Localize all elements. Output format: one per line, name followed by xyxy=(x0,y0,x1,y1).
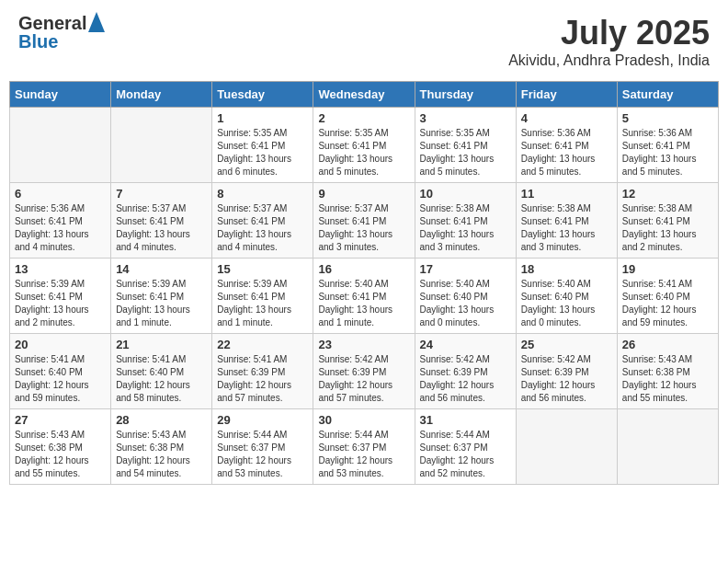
logo-icon xyxy=(88,12,105,32)
calendar-day: 19Sunrise: 5:41 AMSunset: 6:40 PMDayligh… xyxy=(617,259,718,334)
day-number: 24 xyxy=(420,338,511,351)
day-info: Sunrise: 5:42 AMSunset: 6:39 PMDaylight:… xyxy=(318,353,409,405)
day-of-week-header: Wednesday xyxy=(313,82,415,108)
day-info: Sunrise: 5:35 AMSunset: 6:41 PMDaylight:… xyxy=(318,127,409,178)
day-number: 22 xyxy=(217,338,308,351)
calendar-day: 28Sunrise: 5:43 AMSunset: 6:38 PMDayligh… xyxy=(111,409,212,485)
day-info: Sunrise: 5:36 AMSunset: 6:41 PMDaylight:… xyxy=(521,127,612,178)
day-number: 21 xyxy=(116,338,207,351)
day-info: Sunrise: 5:43 AMSunset: 6:38 PMDaylight:… xyxy=(15,429,106,480)
calendar-day: 11Sunrise: 5:38 AMSunset: 6:41 PMDayligh… xyxy=(516,183,617,259)
day-info: Sunrise: 5:36 AMSunset: 6:41 PMDaylight:… xyxy=(15,202,106,254)
day-info: Sunrise: 5:41 AMSunset: 6:40 PMDaylight:… xyxy=(15,353,106,405)
day-info: Sunrise: 5:39 AMSunset: 6:41 PMDaylight:… xyxy=(15,278,106,329)
calendar-day: 9Sunrise: 5:37 AMSunset: 6:41 PMDaylight… xyxy=(313,183,415,259)
calendar-day: 14Sunrise: 5:39 AMSunset: 6:41 PMDayligh… xyxy=(111,259,212,334)
month-title: July 2025 xyxy=(508,14,710,52)
day-number: 12 xyxy=(622,187,713,201)
logo-blue: Blue xyxy=(18,31,58,52)
day-number: 6 xyxy=(15,187,106,201)
day-number: 7 xyxy=(116,187,207,201)
header: General Blue July 2025 Akividu, Andhra P… xyxy=(9,9,719,74)
calendar-empty xyxy=(111,108,212,183)
day-number: 11 xyxy=(521,187,612,201)
calendar-day: 4Sunrise: 5:36 AMSunset: 6:41 PMDaylight… xyxy=(516,108,617,183)
calendar-day: 31Sunrise: 5:44 AMSunset: 6:37 PMDayligh… xyxy=(415,409,516,485)
day-number: 13 xyxy=(15,262,106,276)
calendar-day: 1Sunrise: 5:35 AMSunset: 6:41 PMDaylight… xyxy=(212,108,313,183)
calendar-day: 10Sunrise: 5:38 AMSunset: 6:41 PMDayligh… xyxy=(415,183,516,259)
calendar-week-row: 13Sunrise: 5:39 AMSunset: 6:41 PMDayligh… xyxy=(10,259,719,334)
calendar-day: 5Sunrise: 5:36 AMSunset: 6:41 PMDaylight… xyxy=(617,108,718,183)
day-number: 9 xyxy=(318,187,409,201)
day-info: Sunrise: 5:42 AMSunset: 6:39 PMDaylight:… xyxy=(420,353,511,405)
day-of-week-header: Monday xyxy=(111,82,212,108)
day-number: 30 xyxy=(318,413,409,427)
day-info: Sunrise: 5:40 AMSunset: 6:40 PMDaylight:… xyxy=(420,278,511,329)
day-info: Sunrise: 5:36 AMSunset: 6:41 PMDaylight:… xyxy=(622,127,713,178)
title-area: July 2025 Akividu, Andhra Pradesh, India xyxy=(508,14,710,69)
day-info: Sunrise: 5:41 AMSunset: 6:39 PMDaylight:… xyxy=(217,353,308,405)
day-number: 15 xyxy=(217,262,308,276)
calendar-day: 15Sunrise: 5:39 AMSunset: 6:41 PMDayligh… xyxy=(212,259,313,334)
calendar-day: 21Sunrise: 5:41 AMSunset: 6:40 PMDayligh… xyxy=(111,334,212,409)
day-number: 29 xyxy=(217,413,308,427)
day-number: 3 xyxy=(420,111,511,125)
day-of-week-header: Friday xyxy=(516,82,617,108)
location-title: Akividu, Andhra Pradesh, India xyxy=(508,52,710,69)
day-of-week-header: Thursday xyxy=(415,82,516,108)
day-number: 17 xyxy=(420,262,511,276)
calendar-day: 12Sunrise: 5:38 AMSunset: 6:41 PMDayligh… xyxy=(617,183,718,259)
day-number: 14 xyxy=(116,262,207,276)
logo-text: General Blue xyxy=(18,14,105,52)
day-info: Sunrise: 5:43 AMSunset: 6:38 PMDaylight:… xyxy=(622,353,713,405)
day-number: 31 xyxy=(420,413,511,427)
calendar-day: 8Sunrise: 5:37 AMSunset: 6:41 PMDaylight… xyxy=(212,183,313,259)
day-number: 2 xyxy=(318,111,409,125)
calendar-day: 27Sunrise: 5:43 AMSunset: 6:38 PMDayligh… xyxy=(10,409,111,485)
calendar-empty xyxy=(10,108,111,183)
svg-marker-0 xyxy=(88,12,105,32)
day-info: Sunrise: 5:37 AMSunset: 6:41 PMDaylight:… xyxy=(217,202,308,254)
day-info: Sunrise: 5:35 AMSunset: 6:41 PMDaylight:… xyxy=(217,127,308,178)
day-info: Sunrise: 5:41 AMSunset: 6:40 PMDaylight:… xyxy=(116,353,207,405)
day-number: 26 xyxy=(622,338,713,351)
day-info: Sunrise: 5:39 AMSunset: 6:41 PMDaylight:… xyxy=(116,278,207,329)
calendar-day: 25Sunrise: 5:42 AMSunset: 6:39 PMDayligh… xyxy=(516,334,617,409)
calendar-day: 3Sunrise: 5:35 AMSunset: 6:41 PMDaylight… xyxy=(415,108,516,183)
day-info: Sunrise: 5:42 AMSunset: 6:39 PMDaylight:… xyxy=(521,353,612,405)
calendar-day: 17Sunrise: 5:40 AMSunset: 6:40 PMDayligh… xyxy=(415,259,516,334)
day-info: Sunrise: 5:38 AMSunset: 6:41 PMDaylight:… xyxy=(622,202,713,254)
day-number: 27 xyxy=(15,413,106,427)
calendar-week-row: 27Sunrise: 5:43 AMSunset: 6:38 PMDayligh… xyxy=(10,409,719,485)
day-of-week-header: Saturday xyxy=(617,82,718,108)
calendar-day: 13Sunrise: 5:39 AMSunset: 6:41 PMDayligh… xyxy=(10,259,111,334)
day-number: 8 xyxy=(217,187,308,201)
calendar-day: 23Sunrise: 5:42 AMSunset: 6:39 PMDayligh… xyxy=(313,334,415,409)
day-info: Sunrise: 5:40 AMSunset: 6:40 PMDaylight:… xyxy=(521,278,612,329)
day-of-week-header: Tuesday xyxy=(212,82,313,108)
day-info: Sunrise: 5:44 AMSunset: 6:37 PMDaylight:… xyxy=(217,429,308,480)
calendar-header-row: SundayMondayTuesdayWednesdayThursdayFrid… xyxy=(10,82,719,108)
day-info: Sunrise: 5:40 AMSunset: 6:41 PMDaylight:… xyxy=(318,278,409,329)
calendar-week-row: 1Sunrise: 5:35 AMSunset: 6:41 PMDaylight… xyxy=(10,108,719,183)
day-number: 25 xyxy=(521,338,612,351)
calendar-day: 29Sunrise: 5:44 AMSunset: 6:37 PMDayligh… xyxy=(212,409,313,485)
calendar-day: 16Sunrise: 5:40 AMSunset: 6:41 PMDayligh… xyxy=(313,259,415,334)
day-info: Sunrise: 5:37 AMSunset: 6:41 PMDaylight:… xyxy=(116,202,207,254)
day-info: Sunrise: 5:43 AMSunset: 6:38 PMDaylight:… xyxy=(116,429,207,480)
calendar-day: 26Sunrise: 5:43 AMSunset: 6:38 PMDayligh… xyxy=(617,334,718,409)
day-info: Sunrise: 5:41 AMSunset: 6:40 PMDaylight:… xyxy=(622,278,713,329)
day-info: Sunrise: 5:44 AMSunset: 6:37 PMDaylight:… xyxy=(318,429,409,480)
day-number: 1 xyxy=(217,111,308,125)
calendar-day: 7Sunrise: 5:37 AMSunset: 6:41 PMDaylight… xyxy=(111,183,212,259)
day-number: 28 xyxy=(116,413,207,427)
day-info: Sunrise: 5:38 AMSunset: 6:41 PMDaylight:… xyxy=(420,202,511,254)
calendar-week-row: 20Sunrise: 5:41 AMSunset: 6:40 PMDayligh… xyxy=(10,334,719,409)
day-number: 23 xyxy=(318,338,409,351)
day-number: 20 xyxy=(15,338,106,351)
day-number: 19 xyxy=(622,262,713,276)
day-number: 16 xyxy=(318,262,409,276)
calendar-day: 6Sunrise: 5:36 AMSunset: 6:41 PMDaylight… xyxy=(10,183,111,259)
calendar-day: 24Sunrise: 5:42 AMSunset: 6:39 PMDayligh… xyxy=(415,334,516,409)
